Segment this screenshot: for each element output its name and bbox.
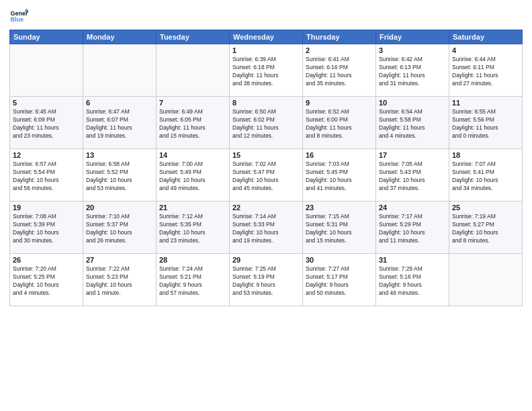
day-cell bbox=[449, 254, 523, 306]
day-info: Sunrise: 7:22 AM Sunset: 5:23 PM Dayligh… bbox=[86, 265, 153, 298]
day-info: Sunrise: 7:07 AM Sunset: 5:41 PM Dayligh… bbox=[452, 161, 519, 193]
day-number: 28 bbox=[159, 256, 226, 264]
day-cell: 14Sunrise: 7:00 AM Sunset: 5:49 PM Dayli… bbox=[157, 149, 230, 201]
day-cell: 21Sunrise: 7:12 AM Sunset: 5:35 PM Dayli… bbox=[157, 201, 230, 254]
calendar: SundayMondayTuesdayWednesdayThursdayFrid… bbox=[9, 30, 523, 306]
day-number: 14 bbox=[159, 151, 226, 159]
day-number: 18 bbox=[452, 151, 519, 159]
day-number: 5 bbox=[13, 99, 80, 107]
day-number: 22 bbox=[232, 203, 300, 212]
day-number: 16 bbox=[306, 151, 373, 159]
day-info: Sunrise: 7:15 AM Sunset: 5:31 PM Dayligh… bbox=[306, 213, 373, 245]
day-info: Sunrise: 7:08 AM Sunset: 5:39 PM Dayligh… bbox=[13, 213, 80, 245]
day-number: 25 bbox=[452, 203, 519, 212]
day-cell: 26Sunrise: 7:20 AM Sunset: 5:25 PM Dayli… bbox=[10, 254, 83, 306]
day-cell: 24Sunrise: 7:17 AM Sunset: 5:29 PM Dayli… bbox=[376, 201, 449, 254]
week-row-3: 12Sunrise: 6:57 AM Sunset: 5:54 PM Dayli… bbox=[10, 149, 523, 201]
day-info: Sunrise: 7:14 AM Sunset: 5:33 PM Dayligh… bbox=[232, 213, 300, 245]
day-info: Sunrise: 6:57 AM Sunset: 5:54 PM Dayligh… bbox=[13, 161, 80, 193]
day-cell bbox=[157, 44, 230, 97]
day-number: 11 bbox=[452, 99, 519, 107]
day-info: Sunrise: 6:50 AM Sunset: 6:02 PM Dayligh… bbox=[232, 108, 300, 140]
day-cell: 1Sunrise: 6:39 AM Sunset: 6:18 PM Daylig… bbox=[230, 44, 303, 97]
day-number: 31 bbox=[379, 256, 446, 264]
day-cell: 29Sunrise: 7:25 AM Sunset: 5:19 PM Dayli… bbox=[230, 254, 303, 306]
day-info: Sunrise: 7:29 AM Sunset: 5:16 PM Dayligh… bbox=[379, 265, 446, 298]
weekday-thursday: Thursday bbox=[303, 30, 376, 44]
day-info: Sunrise: 6:49 AM Sunset: 6:05 PM Dayligh… bbox=[159, 108, 226, 140]
day-number: 9 bbox=[306, 99, 373, 107]
day-info: Sunrise: 7:12 AM Sunset: 5:35 PM Dayligh… bbox=[159, 213, 226, 245]
day-cell: 27Sunrise: 7:22 AM Sunset: 5:23 PM Dayli… bbox=[83, 254, 157, 306]
day-cell: 12Sunrise: 6:57 AM Sunset: 5:54 PM Dayli… bbox=[10, 149, 83, 201]
day-info: Sunrise: 7:02 AM Sunset: 5:47 PM Dayligh… bbox=[232, 161, 300, 193]
day-number: 30 bbox=[306, 256, 373, 264]
svg-text:Blue: Blue bbox=[10, 16, 24, 23]
day-cell: 18Sunrise: 7:07 AM Sunset: 5:41 PM Dayli… bbox=[449, 149, 523, 201]
weekday-sunday: Sunday bbox=[10, 30, 83, 44]
day-info: Sunrise: 7:20 AM Sunset: 5:25 PM Dayligh… bbox=[13, 265, 80, 298]
day-cell: 23Sunrise: 7:15 AM Sunset: 5:31 PM Dayli… bbox=[303, 201, 376, 254]
day-cell: 13Sunrise: 6:58 AM Sunset: 5:52 PM Dayli… bbox=[83, 149, 157, 201]
day-number: 24 bbox=[379, 203, 446, 212]
day-number: 1 bbox=[232, 46, 300, 54]
day-cell: 30Sunrise: 7:27 AM Sunset: 5:17 PM Dayli… bbox=[303, 254, 376, 306]
day-info: Sunrise: 7:25 AM Sunset: 5:19 PM Dayligh… bbox=[232, 265, 300, 298]
day-cell: 20Sunrise: 7:10 AM Sunset: 5:37 PM Dayli… bbox=[83, 201, 157, 254]
day-cell: 2Sunrise: 6:41 AM Sunset: 6:16 PM Daylig… bbox=[303, 44, 376, 97]
day-number: 12 bbox=[13, 151, 80, 159]
day-number: 27 bbox=[86, 256, 153, 264]
day-cell: 10Sunrise: 6:54 AM Sunset: 5:58 PM Dayli… bbox=[376, 97, 449, 149]
day-number: 10 bbox=[379, 99, 446, 107]
day-info: Sunrise: 6:45 AM Sunset: 6:09 PM Dayligh… bbox=[13, 108, 80, 140]
day-number: 6 bbox=[86, 99, 153, 107]
day-info: Sunrise: 7:24 AM Sunset: 5:21 PM Dayligh… bbox=[159, 265, 226, 298]
day-cell: 22Sunrise: 7:14 AM Sunset: 5:33 PM Dayli… bbox=[230, 201, 303, 254]
day-number: 7 bbox=[159, 99, 226, 107]
day-info: Sunrise: 6:44 AM Sunset: 6:11 PM Dayligh… bbox=[452, 56, 519, 88]
day-cell: 25Sunrise: 7:19 AM Sunset: 5:27 PM Dayli… bbox=[449, 201, 523, 254]
day-number: 29 bbox=[232, 256, 300, 264]
day-info: Sunrise: 7:17 AM Sunset: 5:29 PM Dayligh… bbox=[379, 213, 446, 245]
header: General Blue bbox=[9, 7, 523, 26]
day-info: Sunrise: 7:05 AM Sunset: 5:43 PM Dayligh… bbox=[379, 161, 446, 193]
weekday-saturday: Saturday bbox=[449, 30, 523, 44]
day-number: 23 bbox=[306, 203, 373, 212]
day-number: 8 bbox=[232, 99, 300, 107]
day-info: Sunrise: 6:39 AM Sunset: 6:18 PM Dayligh… bbox=[232, 56, 300, 88]
day-info: Sunrise: 6:41 AM Sunset: 6:16 PM Dayligh… bbox=[306, 56, 373, 88]
logo-icon: General Blue bbox=[9, 7, 28, 26]
day-number: 15 bbox=[232, 151, 300, 159]
day-info: Sunrise: 6:52 AM Sunset: 6:00 PM Dayligh… bbox=[306, 108, 373, 140]
day-cell: 28Sunrise: 7:24 AM Sunset: 5:21 PM Dayli… bbox=[157, 254, 230, 306]
day-cell: 9Sunrise: 6:52 AM Sunset: 6:00 PM Daylig… bbox=[303, 97, 376, 149]
day-number: 20 bbox=[86, 203, 153, 212]
day-number: 13 bbox=[86, 151, 153, 159]
day-cell: 15Sunrise: 7:02 AM Sunset: 5:47 PM Dayli… bbox=[230, 149, 303, 201]
week-row-1: 1Sunrise: 6:39 AM Sunset: 6:18 PM Daylig… bbox=[10, 44, 523, 97]
day-number: 26 bbox=[13, 256, 80, 264]
day-cell: 11Sunrise: 6:55 AM Sunset: 5:56 PM Dayli… bbox=[449, 97, 523, 149]
day-cell bbox=[83, 44, 157, 97]
weekday-tuesday: Tuesday bbox=[157, 30, 230, 44]
day-cell bbox=[10, 44, 83, 97]
day-cell: 3Sunrise: 6:42 AM Sunset: 6:13 PM Daylig… bbox=[376, 44, 449, 97]
day-cell: 7Sunrise: 6:49 AM Sunset: 6:05 PM Daylig… bbox=[157, 97, 230, 149]
day-info: Sunrise: 6:55 AM Sunset: 5:56 PM Dayligh… bbox=[452, 108, 519, 140]
day-info: Sunrise: 7:03 AM Sunset: 5:45 PM Dayligh… bbox=[306, 161, 373, 193]
day-cell: 19Sunrise: 7:08 AM Sunset: 5:39 PM Dayli… bbox=[10, 201, 83, 254]
weekday-monday: Monday bbox=[83, 30, 157, 44]
day-cell: 4Sunrise: 6:44 AM Sunset: 6:11 PM Daylig… bbox=[449, 44, 523, 97]
day-cell: 16Sunrise: 7:03 AM Sunset: 5:45 PM Dayli… bbox=[303, 149, 376, 201]
day-cell: 17Sunrise: 7:05 AM Sunset: 5:43 PM Dayli… bbox=[376, 149, 449, 201]
day-number: 4 bbox=[452, 46, 519, 54]
week-row-5: 26Sunrise: 7:20 AM Sunset: 5:25 PM Dayli… bbox=[10, 254, 523, 306]
day-cell: 6Sunrise: 6:47 AM Sunset: 6:07 PM Daylig… bbox=[83, 97, 157, 149]
day-number: 21 bbox=[159, 203, 226, 212]
day-cell: 8Sunrise: 6:50 AM Sunset: 6:02 PM Daylig… bbox=[230, 97, 303, 149]
day-info: Sunrise: 7:00 AM Sunset: 5:49 PM Dayligh… bbox=[159, 161, 226, 193]
day-number: 3 bbox=[379, 46, 446, 54]
week-row-2: 5Sunrise: 6:45 AM Sunset: 6:09 PM Daylig… bbox=[10, 97, 523, 149]
day-cell: 31Sunrise: 7:29 AM Sunset: 5:16 PM Dayli… bbox=[376, 254, 449, 306]
day-info: Sunrise: 7:19 AM Sunset: 5:27 PM Dayligh… bbox=[452, 213, 519, 245]
